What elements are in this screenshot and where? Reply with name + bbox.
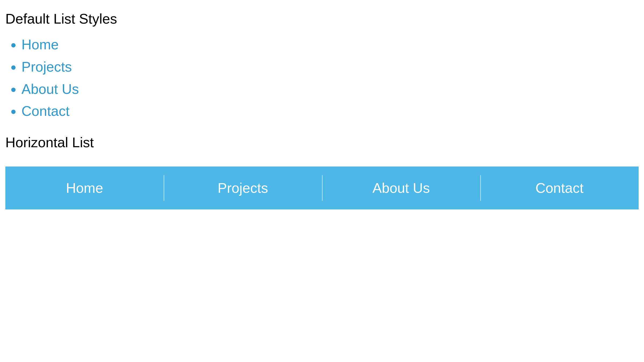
nav-item-projects[interactable]: Projects xyxy=(164,167,322,209)
list-item[interactable]: Contact xyxy=(21,101,639,121)
list-item[interactable]: Home xyxy=(21,35,639,54)
nav-item-label: Contact xyxy=(535,180,583,196)
page-wrapper: Default List Styles Home Projects About … xyxy=(0,0,644,209)
nav-item-contact[interactable]: Contact xyxy=(480,167,639,209)
default-list: Home Projects About Us Contact xyxy=(5,35,639,121)
list-item-label: Contact xyxy=(21,103,69,119)
list-item-label: Home xyxy=(21,37,59,52)
nav-item-about[interactable]: About Us xyxy=(322,167,480,209)
nav-item-label: About Us xyxy=(372,180,430,196)
default-list-title: Default List Styles xyxy=(5,11,639,27)
list-item[interactable]: About Us xyxy=(21,79,639,99)
list-item-label: About Us xyxy=(21,81,79,97)
nav-item-label: Projects xyxy=(218,180,268,196)
horizontal-nav: Home Projects About Us Contact xyxy=(5,167,639,209)
horizontal-list-title: Horizontal List xyxy=(5,134,639,150)
list-item[interactable]: Projects xyxy=(21,57,639,77)
list-item-label: Projects xyxy=(21,59,72,75)
nav-item-home[interactable]: Home xyxy=(5,167,164,209)
nav-item-label: Home xyxy=(66,180,103,196)
